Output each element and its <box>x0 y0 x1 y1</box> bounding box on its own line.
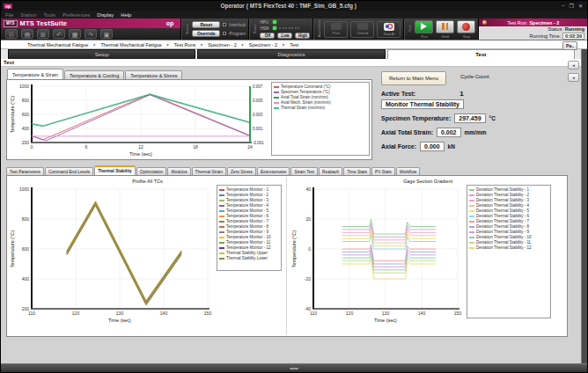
breadcrumb-item-3[interactable]: Specimen - 2 <box>208 42 236 48</box>
breadcrumb-item-5[interactable]: Test <box>290 42 298 48</box>
hold-button[interactable] <box>436 20 454 33</box>
run-button[interactable] <box>415 20 433 33</box>
power-low-button[interactable]: Low <box>277 33 292 39</box>
breadcrumb-item-0[interactable]: Thermal Mechanical Fatigue <box>27 42 88 48</box>
bottom-tab-bar: Test ParametersCommand End LevelsThermal… <box>6 165 568 175</box>
return-to-main-menu-button[interactable]: Return to Main Menu <box>381 71 446 85</box>
separator-icon: ▸ <box>242 42 244 47</box>
bottom-tab-2[interactable]: Thermal Stability <box>94 165 136 175</box>
brand-name: MTS TestSuite <box>20 19 68 27</box>
sub-tab-1[interactable]: Temperature & Cooling <box>64 70 124 79</box>
mts-logo: MTS <box>4 20 18 27</box>
svg-text:130: 130 <box>382 311 390 316</box>
svg-text:0.003: 0.003 <box>253 113 263 117</box>
svg-text:0.005: 0.005 <box>253 99 263 103</box>
svg-text:Time (sec): Time (sec) <box>129 151 152 157</box>
menu-item-1[interactable]: Station <box>20 12 36 18</box>
menu-item-5[interactable]: Help <box>121 12 131 18</box>
station-group-label: Station <box>185 24 189 34</box>
main-tab-0[interactable]: Setup <box>8 49 195 59</box>
add-icon[interactable]: ⊞ <box>37 29 49 39</box>
sub-tab-0[interactable]: Temperature & Strain <box>7 69 63 79</box>
main-tab-2[interactable]: Test <box>387 49 575 59</box>
override-button[interactable]: Override <box>192 30 220 37</box>
unload-icon <box>357 23 368 30</box>
pause-icon <box>442 23 445 30</box>
active-test-value: Monitor Thermal Stability <box>381 99 464 109</box>
svg-text:140: 140 <box>160 311 168 316</box>
svg-text:Temperature (°C): Temperature (°C) <box>10 230 15 267</box>
bottom-tab-8[interactable]: Strain Test <box>290 167 318 175</box>
svg-text:120: 120 <box>346 311 354 316</box>
right-scroll-strip[interactable] <box>581 49 587 372</box>
bottom-tab-4[interactable]: Modulus <box>167 167 190 175</box>
bottom-tab-10[interactable]: Time Stats <box>343 167 371 175</box>
parameters-side-tab[interactable]: Pa.. <box>562 41 577 50</box>
side-collapse-button-1[interactable]: ◂ <box>568 61 579 69</box>
station-group: Station Reset Interlock Override Program <box>181 18 249 40</box>
breadcrumb-item-4[interactable]: Specimen - 2 <box>249 42 277 48</box>
hsm-led-icon <box>273 26 276 30</box>
svg-text:110: 110 <box>28 311 35 316</box>
main-tab-1[interactable]: Diagnostics <box>197 49 385 59</box>
stop-at-button[interactable]: Stop At <box>377 21 401 38</box>
maximize-icon[interactable]: ❐ <box>570 3 574 9</box>
bottom-tab-12[interactable]: Workflow <box>396 167 421 175</box>
close-icon[interactable]: ✕ <box>578 3 583 9</box>
new-specimen-icon[interactable]: ⎘ <box>5 29 18 39</box>
bottom-tab-0[interactable]: Test Parameters <box>6 167 44 175</box>
menu-item-2[interactable]: Tools <box>43 12 55 18</box>
brand-column: MTS MTS TestSuite op ⎘▤⊞↶▦↷▣ <box>1 18 181 40</box>
bottom-tab-5[interactable]: Thermal Strain <box>192 167 226 175</box>
brand-op-label: op <box>166 20 174 26</box>
cycle-count-value: 1 <box>459 90 463 98</box>
side-collapse-button-2[interactable]: ◂ <box>568 73 579 82</box>
active-test-info-panel: Return to Main Menu Cycle Count Active T… <box>374 68 568 161</box>
svg-text:6: 6 <box>85 144 88 150</box>
menu-item-0[interactable]: File <box>5 12 13 18</box>
resize-handle[interactable] <box>290 368 298 369</box>
undo-icon[interactable]: ↶ <box>53 29 65 39</box>
svg-text:Time (sec): Time (sec) <box>374 318 397 323</box>
open-icon[interactable]: ▤ <box>21 29 33 39</box>
park-label: Park <box>333 31 340 35</box>
svg-text:150: 150 <box>204 311 212 316</box>
park-button[interactable]: Park <box>324 21 348 38</box>
breadcrumb-item-2[interactable]: Test Runs <box>174 42 195 48</box>
bottom-tab-7[interactable]: Extensometer <box>257 167 290 175</box>
minimize-icon[interactable]: – <box>562 3 564 9</box>
bottom-tab-9[interactable]: Reattach <box>319 167 342 175</box>
power-off-button[interactable]: Off <box>260 33 275 39</box>
legend-swatch <box>469 194 474 196</box>
bottom-tab-6[interactable]: Zero Stress <box>227 167 256 175</box>
specimen-temperature-label: Specimen Temperature: <box>381 115 451 121</box>
breadcrumb-item-1[interactable]: Thermal Mechanical Fatigue <box>100 42 161 48</box>
reset-button[interactable]: Reset <box>192 21 220 28</box>
test-group-label: Test <box>408 26 412 32</box>
save-icon[interactable]: ▣ <box>100 29 113 39</box>
bottom-tab-1[interactable]: Command End Levels <box>45 167 93 175</box>
run-info-panel: Test Run: Specimen - 2 Status: Running R… <box>479 18 587 40</box>
power-high-button[interactable]: High <box>295 33 310 39</box>
bottom-tab-11[interactable]: PV Stats <box>371 167 395 175</box>
stop-button[interactable] <box>457 20 475 33</box>
svg-text:24: 24 <box>247 144 253 150</box>
park-icon <box>331 23 342 30</box>
unload-button[interactable]: Unload <box>350 21 374 38</box>
hold-label: Hold <box>442 34 449 39</box>
legend-swatch <box>219 194 224 196</box>
legend-swatch <box>469 226 474 228</box>
export-icon[interactable]: ▦ <box>69 29 81 39</box>
main-tab-bar: SetupDiagnosticsTest <box>1 49 587 59</box>
axial-force-unit: kN <box>448 143 455 150</box>
test-run-value: Specimen - 2 <box>529 20 559 26</box>
axial-total-strain-value: 0.002 <box>437 128 461 137</box>
redo-icon[interactable]: ↷ <box>85 29 97 39</box>
menu-item-4[interactable]: Display <box>97 12 114 18</box>
legend-swatch <box>219 247 224 249</box>
legend-swatch <box>469 189 474 191</box>
separator-icon: ▸ <box>93 42 95 47</box>
sub-tab-2[interactable]: Temperature & Stress <box>125 70 182 79</box>
menu-item-3[interactable]: Preferences <box>62 12 90 18</box>
bottom-tab-3[interactable]: Optimization <box>136 167 167 175</box>
